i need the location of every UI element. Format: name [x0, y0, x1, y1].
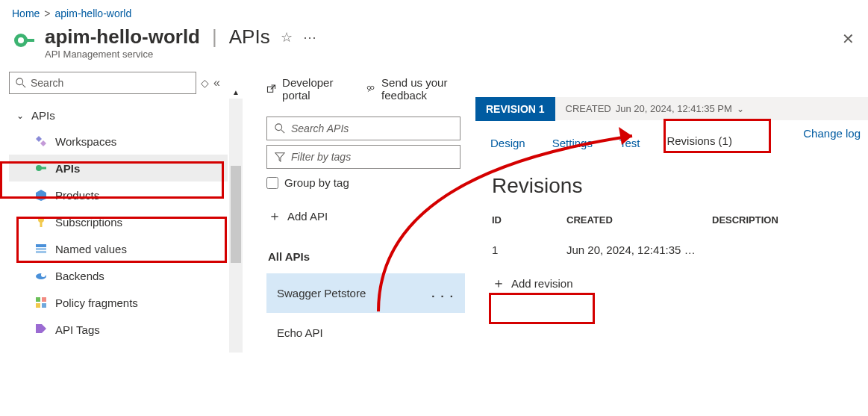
- filter-tags-input[interactable]: Filter by tags: [266, 145, 460, 169]
- chevron-down-icon: ⌄: [16, 111, 24, 121]
- sidebar-item-policy-fragments[interactable]: Policy fragments: [9, 289, 228, 316]
- feedback-link[interactable]: Send us your feedback: [366, 76, 465, 102]
- search-apis-input[interactable]: Search APIs: [266, 117, 460, 140]
- revision-created-label: CREATED: [566, 103, 611, 114]
- close-icon[interactable]: ✕: [842, 30, 855, 48]
- title-pipe: |: [210, 25, 219, 49]
- more-menu-icon[interactable]: ⋯: [303, 29, 316, 46]
- tab-settings[interactable]: Settings: [552, 135, 593, 151]
- collapse-sidebar-icon[interactable]: «: [213, 76, 220, 90]
- plus-icon: ＋: [268, 207, 281, 225]
- nav-group-apis[interactable]: ⌄ APIs: [9, 103, 228, 128]
- api-tags-icon: [34, 323, 48, 336]
- sidebar-item-backends[interactable]: Backends: [9, 262, 228, 289]
- sidebar-item-label: Products: [55, 189, 99, 202]
- search-apis-placeholder: Search APIs: [291, 122, 349, 134]
- backends-icon: [34, 269, 48, 282]
- svg-rect-1: [26, 39, 34, 42]
- sidebar: Search ◇ « ⌄ APIs Workspaces APIs Prod: [0, 69, 228, 410]
- scroll-thumb[interactable]: [231, 166, 241, 263]
- tab-change-log[interactable]: Change log: [803, 127, 861, 140]
- sidebar-item-workspaces[interactable]: Workspaces: [9, 128, 228, 155]
- favorite-star-icon[interactable]: ☆: [281, 29, 293, 46]
- svg-rect-10: [36, 248, 46, 250]
- all-apis-header[interactable]: All APIs: [268, 244, 465, 269]
- developer-portal-label: Developer portal: [282, 76, 342, 102]
- scroll-up-icon[interactable]: ▲: [229, 85, 243, 99]
- svg-rect-15: [42, 297, 46, 302]
- external-link-icon: [266, 82, 276, 96]
- nav-group-label: APIs: [31, 109, 55, 122]
- add-api-button[interactable]: ＋ Add API: [268, 207, 465, 225]
- revision-badge[interactable]: REVISION 1: [475, 97, 555, 121]
- page-title: apim-hello-world: [45, 25, 200, 49]
- subscriptions-icon: [34, 215, 48, 229]
- svg-point-5: [36, 165, 42, 171]
- sidebar-item-label: APIs: [55, 162, 80, 175]
- col-header-id: ID: [492, 214, 566, 226]
- breadcrumb-resource[interactable]: apim-hello-world: [55, 7, 132, 19]
- sidebar-item-subscriptions[interactable]: Subscriptions: [9, 208, 228, 235]
- search-icon: [275, 123, 285, 134]
- svg-rect-16: [36, 303, 40, 308]
- workspaces-icon: [34, 134, 48, 148]
- page-subtitle: API Management service: [45, 49, 316, 60]
- svg-point-13: [41, 273, 46, 277]
- sidebar-item-named-values[interactable]: Named values: [9, 235, 228, 262]
- sidebar-item-apis[interactable]: APIs: [9, 155, 228, 181]
- sidebar-scrollbar[interactable]: ▲: [229, 99, 243, 353]
- developer-portal-link[interactable]: Developer portal: [266, 76, 342, 102]
- svg-line-4: [22, 84, 25, 87]
- sidebar-search-input[interactable]: Search: [9, 72, 196, 94]
- sidebar-item-label: Named values: [55, 243, 127, 255]
- api-item-more-icon[interactable]: . . .: [431, 287, 455, 299]
- products-icon: [34, 188, 48, 202]
- search-icon: [16, 78, 26, 88]
- col-header-description: DESCRIPTION: [712, 214, 852, 226]
- api-item-echo[interactable]: Echo API: [266, 313, 465, 353]
- api-item-label: Echo API: [277, 326, 323, 339]
- revisions-table-header: ID CREATED DESCRIPTION: [475, 214, 868, 236]
- main-layout: Search ◇ « ⌄ APIs Workspaces APIs Prod: [0, 69, 868, 410]
- group-by-tag-checkbox[interactable]: [266, 177, 278, 189]
- sidebar-search-placeholder: Search: [31, 77, 63, 89]
- sidebar-item-label: Subscriptions: [55, 216, 122, 229]
- filter-icon: [275, 152, 285, 162]
- svg-rect-14: [36, 297, 40, 302]
- api-item-swagger-petstore[interactable]: Swagger Petstore . . .: [266, 273, 465, 313]
- tab-design[interactable]: Design: [490, 135, 525, 151]
- sort-toggle-icon[interactable]: ◇: [201, 77, 209, 89]
- svg-rect-8: [40, 221, 43, 227]
- feedback-label: Send us your feedback: [381, 76, 465, 102]
- breadcrumb-home[interactable]: Home: [12, 7, 40, 19]
- sidebar-item-label: API Tags: [55, 323, 100, 336]
- add-revision-label: Add revision: [511, 277, 573, 290]
- breadcrumb: Home > apim-hello-world: [0, 0, 868, 22]
- svg-rect-18: [267, 87, 272, 92]
- apis-icon: [34, 161, 48, 175]
- tab-test[interactable]: Test: [619, 135, 640, 151]
- page-header: apim-hello-world | APIs ☆ ⋯ API Manageme…: [0, 22, 868, 69]
- svg-line-22: [281, 130, 284, 133]
- sidebar-item-api-tags[interactable]: API Tags: [9, 316, 228, 343]
- svg-rect-11: [36, 251, 46, 253]
- svg-point-19: [367, 86, 370, 89]
- sidebar-item-label: Policy fragments: [55, 297, 138, 309]
- table-row[interactable]: 1 Jun 20, 2024, 12:41:35 …: [475, 236, 868, 264]
- named-values-icon: [34, 242, 48, 255]
- svg-point-20: [370, 86, 373, 89]
- revision-created-info[interactable]: CREATED Jun 20, 2024, 12:41:35 PM ⌄: [555, 97, 868, 120]
- feedback-icon: [366, 82, 375, 96]
- revision-bar: REVISION 1 CREATED Jun 20, 2024, 12:41:3…: [475, 96, 868, 122]
- sidebar-item-label: Backends: [55, 270, 104, 282]
- group-by-tag-row[interactable]: Group by tag: [266, 176, 465, 189]
- sidebar-item-products[interactable]: Products: [9, 181, 228, 208]
- page-section: APIs: [229, 25, 270, 49]
- api-detail-panel: REVISION 1 CREATED Jun 20, 2024, 12:41:3…: [475, 69, 868, 410]
- svg-rect-6: [41, 167, 46, 170]
- add-revision-button[interactable]: ＋ Add revision: [492, 274, 573, 292]
- group-by-tag-label: Group by tag: [284, 176, 349, 189]
- cell-description: [712, 243, 852, 256]
- tab-revisions[interactable]: Revisions (1): [666, 133, 732, 153]
- sidebar-item-label: Workspaces: [55, 135, 116, 148]
